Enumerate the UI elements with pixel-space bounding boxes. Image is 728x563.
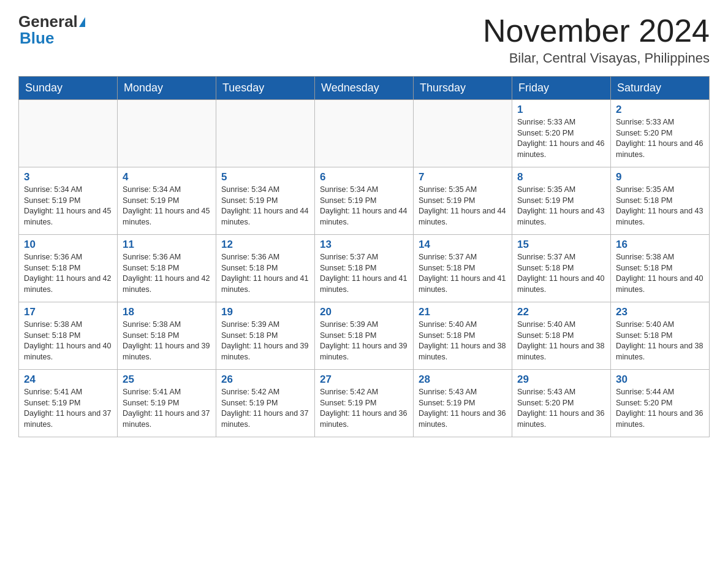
day-info: Sunrise: 5:43 AM Sunset: 5:20 PM Dayligh… — [517, 387, 605, 430]
day-number: 4 — [123, 171, 211, 183]
day-info: Sunrise: 5:37 AM Sunset: 5:18 PM Dayligh… — [320, 252, 408, 295]
calendar-cell: 4Sunrise: 5:34 AM Sunset: 5:19 PM Daylig… — [118, 167, 216, 235]
calendar-cell: 23Sunrise: 5:40 AM Sunset: 5:18 PM Dayli… — [611, 302, 710, 370]
weekday-header-tuesday: Tuesday — [216, 77, 315, 100]
calendar-week-5: 24Sunrise: 5:41 AM Sunset: 5:19 PM Dayli… — [19, 370, 710, 437]
day-info: Sunrise: 5:38 AM Sunset: 5:18 PM Dayligh… — [24, 320, 112, 362]
calendar-cell: 10Sunrise: 5:36 AM Sunset: 5:18 PM Dayli… — [19, 235, 118, 302]
day-info: Sunrise: 5:43 AM Sunset: 5:19 PM Dayligh… — [419, 387, 507, 430]
weekday-header-monday: Monday — [118, 77, 216, 100]
weekday-header-saturday: Saturday — [611, 77, 710, 100]
calendar-cell: 1Sunrise: 5:33 AM Sunset: 5:20 PM Daylig… — [512, 100, 611, 167]
day-info: Sunrise: 5:33 AM Sunset: 5:20 PM Dayligh… — [517, 117, 605, 160]
day-info: Sunrise: 5:40 AM Sunset: 5:18 PM Dayligh… — [616, 320, 704, 362]
calendar-cell: 19Sunrise: 5:39 AM Sunset: 5:18 PM Dayli… — [216, 302, 315, 370]
day-number: 15 — [517, 239, 605, 251]
calendar-table: SundayMondayTuesdayWednesdayThursdayFrid… — [18, 76, 710, 437]
day-number: 10 — [24, 239, 112, 251]
day-info: Sunrise: 5:41 AM Sunset: 5:19 PM Dayligh… — [24, 387, 112, 430]
day-number: 18 — [123, 306, 211, 318]
day-info: Sunrise: 5:44 AM Sunset: 5:20 PM Dayligh… — [616, 387, 704, 430]
calendar-cell: 17Sunrise: 5:38 AM Sunset: 5:18 PM Dayli… — [19, 302, 118, 370]
day-number: 5 — [221, 171, 309, 183]
day-number: 21 — [419, 306, 507, 318]
weekday-row: SundayMondayTuesdayWednesdayThursdayFrid… — [19, 77, 710, 100]
day-number: 1 — [517, 104, 605, 116]
day-info: Sunrise: 5:37 AM Sunset: 5:18 PM Dayligh… — [517, 252, 605, 295]
day-number: 23 — [616, 306, 704, 318]
day-number: 28 — [419, 373, 507, 386]
day-info: Sunrise: 5:39 AM Sunset: 5:18 PM Dayligh… — [221, 320, 309, 362]
day-number: 6 — [320, 171, 408, 183]
calendar-cell: 3Sunrise: 5:34 AM Sunset: 5:19 PM Daylig… — [19, 167, 118, 235]
day-number: 7 — [419, 171, 507, 183]
calendar-cell: 2Sunrise: 5:33 AM Sunset: 5:20 PM Daylig… — [611, 100, 710, 167]
day-info: Sunrise: 5:37 AM Sunset: 5:18 PM Dayligh… — [419, 252, 507, 295]
weekday-header-sunday: Sunday — [19, 77, 118, 100]
calendar-cell: 12Sunrise: 5:36 AM Sunset: 5:18 PM Dayli… — [216, 235, 315, 302]
calendar-cell: 30Sunrise: 5:44 AM Sunset: 5:20 PM Dayli… — [611, 370, 710, 437]
calendar-cell: 27Sunrise: 5:42 AM Sunset: 5:19 PM Dayli… — [315, 370, 414, 437]
day-info: Sunrise: 5:42 AM Sunset: 5:19 PM Dayligh… — [320, 387, 408, 430]
calendar-cell: 26Sunrise: 5:42 AM Sunset: 5:19 PM Dayli… — [216, 370, 315, 437]
month-title: November 2024 — [483, 12, 710, 49]
logo: General Blue — [18, 12, 85, 48]
calendar-week-1: 1Sunrise: 5:33 AM Sunset: 5:20 PM Daylig… — [19, 100, 710, 167]
day-number: 16 — [616, 239, 704, 251]
calendar-week-3: 10Sunrise: 5:36 AM Sunset: 5:18 PM Dayli… — [19, 235, 710, 302]
day-info: Sunrise: 5:33 AM Sunset: 5:20 PM Dayligh… — [616, 117, 704, 160]
day-number: 30 — [616, 373, 704, 386]
page-header: General Blue November 2024 Bilar, Centra… — [18, 12, 710, 66]
logo-blue-text: Blue — [18, 29, 54, 48]
calendar-cell: 11Sunrise: 5:36 AM Sunset: 5:18 PM Dayli… — [118, 235, 216, 302]
calendar-cell: 21Sunrise: 5:40 AM Sunset: 5:18 PM Dayli… — [414, 302, 512, 370]
calendar-cell: 14Sunrise: 5:37 AM Sunset: 5:18 PM Dayli… — [414, 235, 512, 302]
day-info: Sunrise: 5:34 AM Sunset: 5:19 PM Dayligh… — [123, 185, 211, 228]
calendar-cell — [118, 100, 216, 167]
day-info: Sunrise: 5:36 AM Sunset: 5:18 PM Dayligh… — [221, 252, 309, 295]
calendar-body: 1Sunrise: 5:33 AM Sunset: 5:20 PM Daylig… — [19, 100, 710, 437]
day-info: Sunrise: 5:40 AM Sunset: 5:18 PM Dayligh… — [419, 320, 507, 362]
calendar-cell: 25Sunrise: 5:41 AM Sunset: 5:19 PM Dayli… — [118, 370, 216, 437]
day-number: 26 — [221, 373, 309, 386]
day-info: Sunrise: 5:36 AM Sunset: 5:18 PM Dayligh… — [24, 252, 112, 295]
day-number: 3 — [24, 171, 112, 183]
day-info: Sunrise: 5:38 AM Sunset: 5:18 PM Dayligh… — [616, 252, 704, 295]
day-info: Sunrise: 5:40 AM Sunset: 5:18 PM Dayligh… — [517, 320, 605, 362]
title-section: November 2024 Bilar, Central Visayas, Ph… — [483, 12, 710, 66]
day-number: 27 — [320, 373, 408, 386]
calendar-cell: 24Sunrise: 5:41 AM Sunset: 5:19 PM Dayli… — [19, 370, 118, 437]
calendar-cell: 28Sunrise: 5:43 AM Sunset: 5:19 PM Dayli… — [414, 370, 512, 437]
day-info: Sunrise: 5:42 AM Sunset: 5:19 PM Dayligh… — [221, 387, 309, 430]
day-info: Sunrise: 5:35 AM Sunset: 5:19 PM Dayligh… — [517, 185, 605, 228]
calendar-cell: 22Sunrise: 5:40 AM Sunset: 5:18 PM Dayli… — [512, 302, 611, 370]
calendar-cell: 15Sunrise: 5:37 AM Sunset: 5:18 PM Dayli… — [512, 235, 611, 302]
calendar-cell: 9Sunrise: 5:35 AM Sunset: 5:18 PM Daylig… — [611, 167, 710, 235]
weekday-header-thursday: Thursday — [414, 77, 512, 100]
calendar-cell — [216, 100, 315, 167]
day-number: 19 — [221, 306, 309, 318]
day-info: Sunrise: 5:34 AM Sunset: 5:19 PM Dayligh… — [221, 185, 309, 228]
day-info: Sunrise: 5:35 AM Sunset: 5:19 PM Dayligh… — [419, 185, 507, 228]
calendar-week-4: 17Sunrise: 5:38 AM Sunset: 5:18 PM Dayli… — [19, 302, 710, 370]
calendar-cell: 29Sunrise: 5:43 AM Sunset: 5:20 PM Dayli… — [512, 370, 611, 437]
day-info: Sunrise: 5:38 AM Sunset: 5:18 PM Dayligh… — [123, 320, 211, 362]
day-number: 24 — [24, 373, 112, 386]
calendar-cell: 13Sunrise: 5:37 AM Sunset: 5:18 PM Dayli… — [315, 235, 414, 302]
day-number: 2 — [616, 104, 704, 116]
weekday-header-wednesday: Wednesday — [315, 77, 414, 100]
logo-triangle-icon — [79, 17, 85, 27]
calendar-header: SundayMondayTuesdayWednesdayThursdayFrid… — [19, 77, 710, 100]
calendar-cell: 8Sunrise: 5:35 AM Sunset: 5:19 PM Daylig… — [512, 167, 611, 235]
day-number: 25 — [123, 373, 211, 386]
location-title: Bilar, Central Visayas, Philippines — [483, 50, 710, 66]
day-number: 20 — [320, 306, 408, 318]
day-info: Sunrise: 5:34 AM Sunset: 5:19 PM Dayligh… — [24, 185, 112, 228]
day-number: 14 — [419, 239, 507, 251]
day-number: 13 — [320, 239, 408, 251]
day-number: 29 — [517, 373, 605, 386]
day-number: 12 — [221, 239, 309, 251]
day-info: Sunrise: 5:35 AM Sunset: 5:18 PM Dayligh… — [616, 185, 704, 228]
calendar-cell — [19, 100, 118, 167]
day-info: Sunrise: 5:34 AM Sunset: 5:19 PM Dayligh… — [320, 185, 408, 228]
